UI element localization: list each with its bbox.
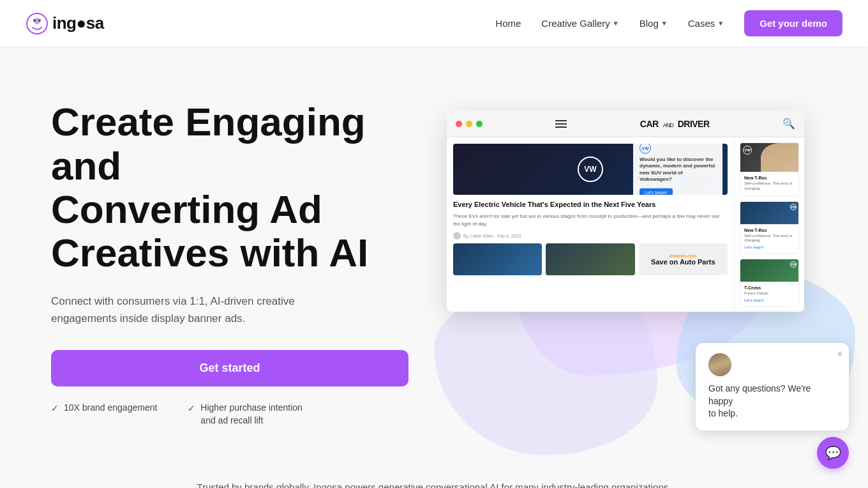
hamburger-icon[interactable]: [555, 120, 567, 128]
feature-item-0: ✓ 10X brand engagement: [51, 402, 157, 427]
creative-gallery-chevron: ▼: [613, 20, 619, 27]
nav-blog[interactable]: Blog ▼: [640, 18, 668, 29]
sidebar-ad-card-2: VW T-Cross Future Classic Let's begin!: [740, 259, 799, 307]
svg-point-2: [33, 19, 36, 22]
browser-mockup: CAR AND DRIVER 🔍 VW: [447, 111, 804, 312]
main-nav: Home Creative Gallery ▼ Blog ▼ Cases ▼ G…: [495, 10, 842, 36]
car-driver-sidebar: VW New T-Roc Self-confidence. The story …: [734, 137, 804, 312]
logo-icon: [26, 12, 49, 35]
feature-item-1: ✓ Higher purchase intention and ad recal…: [188, 402, 315, 427]
site-header: ing●sa Home Creative Gallery ▼ Blog ▼ Ca…: [0, 0, 868, 47]
browser-bar: CAR AND DRIVER 🔍: [447, 111, 804, 137]
sidebar-ad-btn-1[interactable]: Let's begin!: [744, 245, 795, 249]
logo[interactable]: ing●sa: [26, 12, 104, 35]
sidebar-ad-content-2: T-Cross Future Classic Let's begin!: [740, 282, 798, 306]
car-driver-logo: CAR AND DRIVER: [640, 117, 710, 130]
hamburger-line-2: [555, 123, 567, 125]
amazon-logo-text: amazon.com: [670, 254, 696, 258]
sidebar-ad-title-0: New T-Roc: [744, 176, 795, 180]
browser-dot-red: [456, 121, 462, 127]
nav-creative-gallery[interactable]: Creative Gallery ▼: [541, 18, 618, 29]
sidebar-ad-content-0: New T-Roc Self-confidence. The story is …: [740, 172, 798, 195]
logo-text: ing●sa: [52, 13, 104, 33]
bottom-image-amazon: amazon.com Save on Auto Parts: [639, 243, 728, 275]
browser-dots: [456, 121, 483, 127]
chat-icon: 💬: [825, 445, 841, 461]
ad-title: Would you like to discover the dynamic, …: [640, 156, 716, 183]
ad-cta-button[interactable]: Let's begin!: [640, 188, 673, 195]
sidebar-ad-sub-1: Self-confidence. The story is changing.: [744, 234, 795, 244]
article-hero-image: VW VW Would you like to discover the dyn…: [453, 144, 728, 195]
check-icon-1: ✓: [188, 402, 195, 415]
sidebar-ad-title-2: T-Cross: [744, 286, 795, 290]
chat-bubble: × Got any questions? We're happy to help…: [696, 343, 849, 431]
sidebar-ad-sub-2: Future Classic: [744, 291, 795, 296]
sidebar-ad-sub-0: Self-confidence. The story is changing.: [744, 181, 795, 192]
blog-chevron: ▼: [661, 20, 668, 27]
bottom-image-car2: [546, 243, 634, 275]
trusted-bar: Trusted by brands globally, Ingosa power…: [0, 468, 868, 488]
vw-logo-ad: VW: [640, 144, 716, 154]
sidebar-ad-card-1: VW New T-Roc Self-confidence. The story …: [740, 201, 799, 254]
sidebar-ad-card-0: VW New T-Roc Self-confidence. The story …: [740, 142, 799, 196]
sidebar-ad-title-1: New T-Roc: [744, 228, 795, 233]
car-driver-body: VW VW Would you like to discover the dyn…: [447, 137, 804, 312]
hero-subtitle: Connect with consumers via 1:1, AI-drive…: [51, 293, 345, 327]
cases-chevron: ▼: [717, 20, 724, 27]
amazon-save-text: Save on Auto Parts: [651, 258, 715, 266]
chat-avatar: [708, 353, 731, 376]
chat-header: [708, 353, 836, 376]
hamburger-line-3: [555, 126, 567, 128]
get-started-button[interactable]: Get started: [51, 350, 408, 386]
sidebar-ad-content-1: New T-Roc Self-confidence. The story is …: [740, 224, 798, 254]
article-meta: By Caleb Miller · Feb 6, 2023: [453, 232, 728, 240]
chat-widget: × Got any questions? We're happy to help…: [696, 343, 849, 469]
article-headline: Every Electric Vehicle That's Expected i…: [453, 200, 728, 209]
ad-overlay: VW Would you like to discover the dynami…: [633, 144, 722, 195]
vw-corner-logo: VW: [743, 146, 752, 155]
bottom-image-car1: [453, 243, 542, 275]
vw-small-logo-1: VW: [790, 204, 797, 210]
check-icon-0: ✓: [51, 402, 59, 415]
chat-bubble-text: Got any questions? We're happy to help.: [708, 383, 836, 420]
features-list: ✓ 10X brand engagement ✓ Higher purchase…: [51, 402, 408, 427]
vw-logo-large: VW: [578, 156, 603, 182]
sidebar-ad-btn-2[interactable]: Let's begin!: [744, 298, 795, 302]
person-silhouette: [761, 143, 798, 172]
bottom-images: amazon.com Save on Auto Parts: [453, 243, 728, 275]
article-main: VW VW Would you like to discover the dyn…: [447, 137, 734, 312]
sidebar-ad-image-2: VW: [740, 259, 798, 282]
article-body: These EVs aren't for sale yet but are in…: [453, 213, 728, 228]
hamburger-line-1: [555, 120, 567, 121]
browser-dot-green: [476, 121, 483, 127]
vw-small-logo-2: VW: [790, 261, 797, 268]
browser-dot-yellow: [466, 121, 472, 127]
hero-title: Create Engaging and Converting Ad Creati…: [51, 100, 408, 275]
sidebar-ad-image-1: VW: [740, 202, 798, 224]
vw-logo-small: VW: [640, 144, 651, 154]
author-avatar: [453, 232, 461, 240]
svg-point-3: [38, 19, 41, 22]
close-button[interactable]: ×: [837, 349, 842, 358]
nav-cases[interactable]: Cases ▼: [688, 18, 724, 29]
nav-home[interactable]: Home: [495, 18, 521, 29]
search-icon[interactable]: 🔍: [782, 118, 795, 130]
hero-left: Create Engaging and Converting Ad Creati…: [51, 100, 408, 427]
get-demo-button[interactable]: Get your demo: [744, 10, 842, 36]
chat-avatar-image: [708, 353, 731, 376]
sidebar-ad-image-0: VW: [740, 143, 798, 172]
trusted-text: Trusted by brands globally, Ingosa power…: [26, 482, 842, 488]
chat-open-button[interactable]: 💬: [817, 437, 849, 469]
